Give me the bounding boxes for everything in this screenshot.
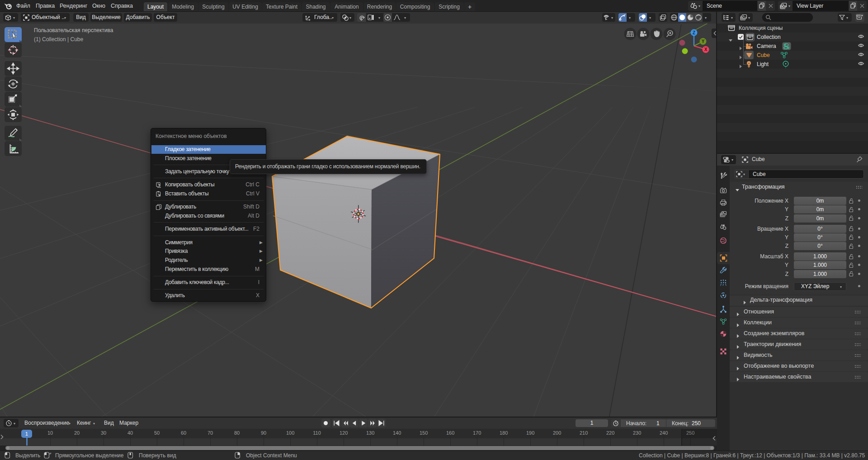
svg-text:Z: Z	[693, 30, 695, 35]
svg-text:Y: Y	[702, 39, 705, 44]
svg-text:X: X	[704, 47, 708, 52]
